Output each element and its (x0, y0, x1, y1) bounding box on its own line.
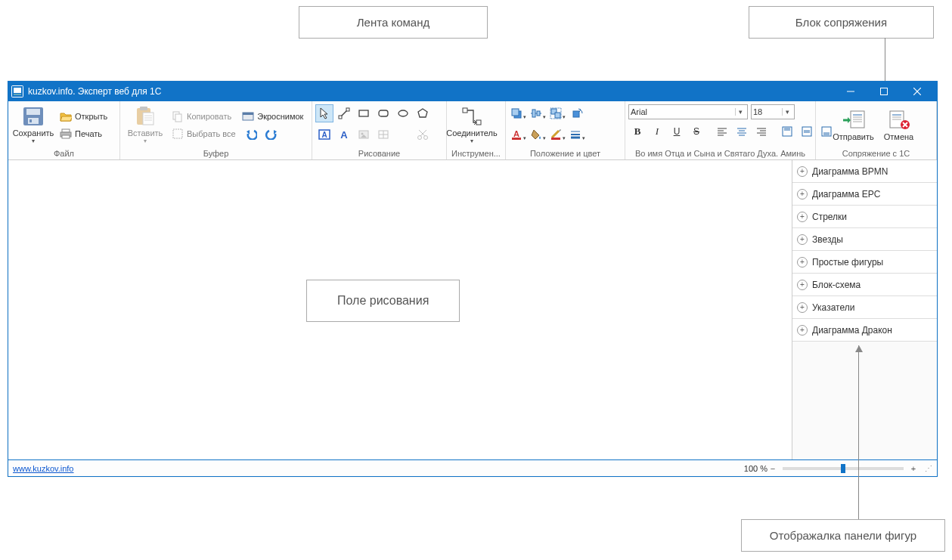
shape-category-label: Простые фигуры (812, 257, 883, 268)
ribbon-group-drawing: A A Рисование (312, 101, 447, 159)
roundrect-tool[interactable] (374, 104, 392, 122)
undo-button[interactable] (243, 125, 259, 142)
table-tool[interactable] (374, 125, 392, 144)
font-size-combo[interactable]: 18 ▾ (751, 104, 795, 119)
align-button[interactable]: ▾ (529, 104, 547, 122)
group-tools-label: Инструмен... (450, 147, 502, 159)
svg-rect-8 (26, 109, 40, 115)
cut-tool[interactable] (414, 125, 432, 144)
drawing-canvas[interactable]: Поле рисования (8, 160, 792, 459)
shape-category[interactable]: +Диаграмма BPMN (792, 160, 937, 183)
callout-drawing-field: Поле рисования (306, 280, 460, 322)
print-button[interactable]: Печать (57, 125, 110, 142)
ellipse-tool[interactable] (394, 104, 412, 122)
paste-icon (133, 106, 157, 127)
shape-category[interactable]: +Указатели (792, 296, 937, 319)
shape-category[interactable]: +Блок-схема (792, 274, 937, 296)
send-button[interactable]: Отправить (832, 104, 876, 147)
align-left-button[interactable] (713, 122, 731, 141)
font-color-button[interactable]: A▾ (509, 125, 527, 144)
svg-rect-27 (346, 108, 349, 111)
rotate-button[interactable] (568, 104, 586, 122)
callout-shapes-line (858, 345, 859, 519)
group-file-label: Файл (11, 147, 116, 159)
open-button[interactable]: Открыть (57, 108, 110, 125)
valign-top-button[interactable] (778, 122, 796, 141)
text-tool[interactable]: A (335, 125, 353, 144)
line-style-button[interactable]: ▾ (568, 125, 586, 144)
textbox-tool[interactable]: A (315, 125, 333, 144)
screenshot-button[interactable]: Экроснимок (239, 108, 306, 125)
open-icon (60, 110, 72, 122)
expand-icon: + (797, 189, 808, 200)
cancel-label: Отмена (884, 132, 913, 141)
save-label: Сохранить (13, 128, 54, 138)
cancel-button[interactable]: Отмена (877, 104, 921, 147)
select-all-button[interactable]: Выбрать все (169, 125, 239, 142)
italic-button[interactable]: I (648, 122, 666, 141)
select-all-icon (172, 128, 184, 140)
chevron-down-icon: ▾ (32, 138, 35, 144)
save-button[interactable]: Сохранить ▾ (11, 104, 55, 147)
ribbon-group-font: Arial ▾ 18 ▾ B I U S (625, 101, 816, 159)
callout-drawing-field-text: Поле рисования (337, 294, 429, 307)
bold-button[interactable]: B (628, 122, 647, 141)
minimize-button[interactable] (834, 82, 867, 101)
svg-line-42 (420, 130, 426, 136)
svg-rect-1 (14, 88, 21, 93)
shape-category[interactable]: +Простые фигуры (792, 251, 937, 274)
group-integration-label: Сопряжение с 1С (819, 147, 933, 159)
zoom-in-button[interactable]: + (908, 464, 919, 473)
pointer-tool[interactable] (315, 104, 333, 122)
align-center-button[interactable] (733, 122, 751, 141)
chevron-down-icon: ▾ (735, 108, 746, 116)
line-tool[interactable] (335, 104, 353, 122)
polygon-tool[interactable] (414, 104, 432, 122)
align-right-button[interactable] (752, 122, 771, 141)
maximize-button[interactable] (867, 82, 901, 101)
zoom-out-button[interactable]: − (767, 464, 778, 473)
svg-rect-24 (173, 129, 182, 138)
redo-icon (265, 128, 277, 140)
copy-button[interactable]: Копировать (169, 108, 234, 125)
status-link[interactable]: www.kuzkov.info (13, 464, 74, 473)
shape-category[interactable]: +Стрелки (792, 206, 937, 228)
paste-button[interactable]: Вставить ▾ (123, 104, 167, 147)
connector-button[interactable]: Соединитель ▾ (450, 104, 494, 147)
image-tool[interactable] (355, 125, 373, 144)
fill-color-button[interactable]: ▾ (529, 125, 547, 144)
line-color-button[interactable]: ▾ (548, 125, 566, 144)
callout-integration: Блок сопряжения (749, 6, 934, 39)
callout-shapes-text: Отображалка панели фигур (770, 529, 916, 542)
close-button[interactable] (901, 82, 934, 101)
title-bar: kuzkov.info. Эксперт веб для 1С (8, 82, 937, 101)
resize-grip-icon[interactable]: ⋰ (925, 464, 932, 472)
valign-middle-button[interactable] (798, 122, 816, 141)
callout-shapes-arrow (855, 345, 863, 352)
strike-button[interactable]: S (687, 122, 705, 141)
callout-shapes: Отображалка панели фигур (741, 519, 945, 552)
rect-tool[interactable] (355, 104, 373, 122)
chevron-down-icon: ▾ (782, 108, 792, 116)
callout-ribbon: Лента команд (299, 6, 488, 39)
ribbon-group-tools: Соединитель ▾ Инструмен... (447, 101, 506, 159)
underline-button[interactable]: U (668, 122, 686, 141)
open-label: Открыть (75, 112, 107, 121)
shape-category[interactable]: +Звезды (792, 228, 937, 251)
shape-category[interactable]: +Диаграмма Дракон (792, 319, 937, 342)
copy-label: Копировать (187, 112, 231, 121)
expand-icon: + (797, 280, 808, 290)
window-title: kuzkov.info. Эксперт веб для 1С (28, 86, 834, 97)
chevron-down-icon: ▾ (144, 138, 147, 144)
group-button[interactable]: ▾ (548, 104, 566, 122)
zoom-slider[interactable] (783, 467, 904, 470)
svg-rect-4 (881, 88, 888, 95)
app-icon (11, 85, 23, 97)
redo-button[interactable] (263, 125, 278, 142)
font-size-value: 18 (753, 107, 779, 116)
font-name-combo[interactable]: Arial ▾ (628, 104, 748, 119)
bring-front-button[interactable]: ▾ (509, 104, 527, 122)
shape-category[interactable]: +Диаграмма EPC (792, 183, 937, 206)
zoom-slider-thumb[interactable] (841, 464, 845, 473)
svg-rect-13 (62, 135, 70, 138)
